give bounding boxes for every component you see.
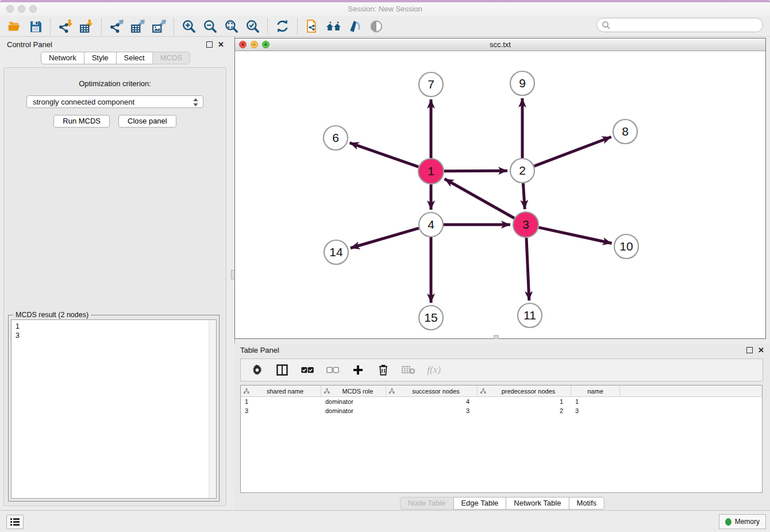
node-3[interactable]: 3 (513, 212, 538, 237)
zoom-fit-icon[interactable] (221, 17, 242, 35)
edge-1-6[interactable] (350, 143, 419, 167)
node-8[interactable]: 8 (613, 119, 637, 144)
clone-network-icon[interactable] (302, 17, 323, 35)
edge-4-14[interactable] (351, 228, 419, 248)
network-close-icon[interactable]: × (239, 41, 247, 48)
node-10[interactable]: 10 (614, 234, 638, 259)
node-11[interactable]: 11 (518, 303, 542, 327)
edge-1-2[interactable] (444, 171, 507, 171)
network-resize-grip[interactable] (494, 335, 499, 339)
export-table-icon[interactable] (127, 17, 148, 35)
column-header-shared-name[interactable]: shared name (241, 385, 321, 396)
selected-criterion: strongly connected component (33, 98, 134, 106)
style-icon[interactable] (344, 17, 365, 35)
edge-2-3[interactable] (523, 183, 525, 209)
network-window-titlebar[interactable]: × − + scc.txt (235, 38, 765, 51)
add-column-icon[interactable] (351, 363, 365, 377)
import-table-icon[interactable] (76, 17, 97, 35)
node-6[interactable]: 6 (324, 126, 348, 150)
optimization-criterion-label: Optimization criterion: (4, 79, 226, 88)
svg-text:3: 3 (522, 218, 529, 231)
node-14[interactable]: 14 (324, 240, 348, 264)
column-header-successor-nodes[interactable]: successor nodes (386, 385, 478, 396)
node-2[interactable]: 2 (510, 159, 534, 183)
main-toolbar (0, 16, 770, 37)
delete-table-icon[interactable] (402, 363, 415, 377)
mcds-result-area[interactable]: 1 3 (11, 319, 217, 499)
table-cell[interactable]: 1 (478, 398, 571, 405)
network-maximize-icon[interactable]: + (262, 41, 270, 48)
zoom-in-icon[interactable] (178, 17, 199, 35)
hide-selected-icon[interactable] (365, 17, 387, 35)
columns-icon[interactable] (275, 363, 289, 377)
tab-mcds[interactable]: MCDS (152, 52, 190, 64)
import-network-icon[interactable] (55, 17, 76, 35)
run-mcds-button[interactable]: Run MCDS (53, 115, 110, 128)
node-9[interactable]: 9 (510, 71, 534, 95)
column-header-MCDS-role[interactable]: MCDS role (321, 385, 386, 396)
task-history-button[interactable] (6, 515, 24, 529)
gear-icon[interactable] (250, 363, 264, 377)
close-panel-icon[interactable]: ✕ (218, 41, 224, 48)
search-field[interactable] (596, 18, 763, 32)
select-all-icon[interactable] (301, 363, 314, 377)
close-panel-button[interactable]: Close panel (118, 115, 176, 128)
table-cell[interactable]: 2 (478, 407, 571, 414)
zoom-selected-icon[interactable] (242, 17, 263, 35)
table-tab-node-table[interactable]: Node Table (400, 497, 454, 510)
optimization-criterion-select[interactable]: strongly connected component (26, 95, 203, 108)
table-tab-motifs[interactable]: Motifs (568, 497, 605, 510)
table-cell[interactable]: 3 (241, 407, 321, 414)
close-window-icon[interactable] (6, 5, 14, 13)
edge-2-8[interactable] (534, 137, 611, 166)
minimize-window-icon[interactable] (18, 5, 25, 13)
table-cell[interactable]: 1 (241, 398, 321, 405)
float-panel-icon[interactable] (206, 41, 213, 48)
table-cell[interactable]: 1 (571, 398, 620, 405)
delete-icon[interactable] (376, 363, 390, 377)
close-table-panel-icon[interactable]: ✕ (758, 346, 764, 354)
network-minimize-icon[interactable]: − (251, 41, 258, 48)
table-cell[interactable]: dominator (321, 398, 386, 405)
deselect-all-icon[interactable] (326, 363, 340, 377)
column-header-name[interactable]: name (571, 385, 620, 396)
edge-3-10[interactable] (538, 228, 611, 244)
table-row[interactable]: 3dominator323 (241, 406, 762, 415)
table-cell[interactable]: 3 (386, 407, 478, 414)
edge-3-1[interactable] (445, 179, 514, 218)
tab-network[interactable]: Network (41, 52, 84, 64)
maximize-window-icon[interactable] (29, 5, 37, 13)
result-scrollbar[interactable] (209, 320, 216, 498)
node-7[interactable]: 7 (419, 72, 443, 97)
home-icon[interactable] (323, 17, 344, 35)
open-session-icon[interactable] (3, 17, 25, 35)
table-tab-network-table[interactable]: Network Table (506, 497, 569, 510)
tab-style[interactable]: Style (84, 52, 117, 64)
table-cell[interactable]: 4 (386, 398, 478, 405)
column-header-predecessor-nodes[interactable]: predecessor nodes (478, 385, 571, 396)
float-table-panel-icon[interactable] (746, 347, 753, 353)
node-4[interactable]: 4 (419, 213, 443, 237)
save-session-icon[interactable] (25, 17, 46, 35)
table-row[interactable]: 1dominator411 (241, 397, 762, 406)
node-15[interactable]: 15 (419, 306, 443, 330)
table-cell[interactable]: 3 (571, 407, 620, 414)
export-network-icon[interactable] (106, 17, 127, 35)
tab-select[interactable]: Select (116, 52, 153, 64)
table-cell[interactable]: dominator (321, 407, 386, 414)
memory-button[interactable]: Memory (719, 514, 766, 529)
edge-3-11[interactable] (526, 238, 529, 300)
node-1[interactable]: 1 (418, 159, 444, 184)
apply-layout-icon[interactable] (272, 17, 293, 35)
main-traffic-lights (6, 5, 37, 13)
function-builder-icon[interactable]: f(x) (427, 363, 441, 377)
status-bar: Memory (0, 510, 770, 532)
table-tab-edge-table[interactable]: Edge Table (453, 497, 506, 510)
table-panel-title: Table Panel (240, 346, 279, 354)
node-table[interactable]: shared nameMCDS rolesuccessor nodesprede… (240, 385, 763, 493)
network-canvas[interactable]: 7968124314101511 (235, 51, 765, 338)
memory-status-icon (725, 518, 732, 526)
zoom-out-icon[interactable] (199, 17, 221, 35)
network-graph[interactable]: 7968124314101511 (235, 51, 765, 338)
export-image-icon[interactable] (148, 17, 170, 35)
